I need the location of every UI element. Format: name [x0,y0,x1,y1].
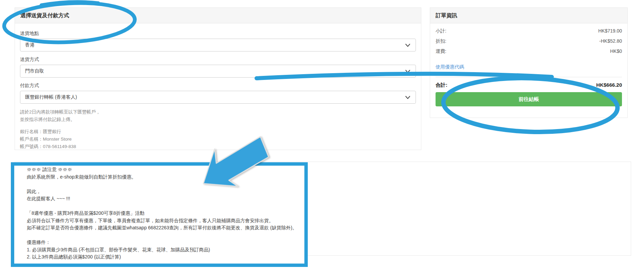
payment-instruction-line: 請於2日內將款項轉帳至以下匯豐帳戶， [20,108,416,116]
discount-label: 折扣: [436,38,446,44]
notice-line: 優惠條件： [27,239,298,246]
notice-line: ※※※ 請注意 ※※※ [27,166,298,173]
payment-instruction-line: 並按指示將付款記錄上傳。 [20,116,416,123]
subtotal-row: 小計: HK$719.00 [436,27,622,34]
order-panel-body: 小計: HK$719.00 折扣: -HK$52.80 運費: HK$0 使用優… [430,23,627,110]
order-divider [436,77,622,77]
total-row: 合計: HK$666.20 [436,81,622,89]
shipping-fee-row: 運費: HK$0 [436,48,622,55]
shipping-fee-value: HK$0 [610,48,622,55]
order-summary-panel: 訂單資訊 小計: HK$719.00 折扣: -HK$52.80 運費: HK$… [430,7,628,118]
shipping-panel-body: 送貨地點 香港 送貨方式 門市自取 付款方式 匯豐銀行轉帳 (香港客人) 請於2… [15,23,421,155]
discount-row: 折扣: -HK$52.80 [436,38,622,44]
notice-line: 2. 以上3件商品總額必須滿$200 (以正價計算) [27,253,298,261]
shipping-payment-panel: 選擇送貨及付款方式 送貨地點 香港 送貨方式 門市自取 付款方式 匯豐銀行轉帳 … [15,7,421,150]
delivery-method-select[interactable]: 門市自取 [20,65,416,78]
notice-line: 如不確定訂單是否符合優惠條件，建議先截圖並whatsapp 66822263查詢… [27,224,298,232]
chevron-down-icon [405,69,411,74]
payment-method-label: 付款方式 [20,82,416,88]
order-panel-title: 訂單資訊 [430,8,627,23]
notice-line: 在此提醒客人 ~~~ !!! [27,195,298,203]
delivery-region-label: 送貨地點 [20,30,416,36]
chevron-down-icon [405,43,411,48]
notice-line: 1. 必須購買最少3件商品 (不包括口罩、部份手作髮夾、花束、花球、加購品及預訂… [27,246,298,254]
total-value: HK$666.20 [596,81,622,89]
use-coupon-link[interactable]: 使用優惠代碼 [436,63,464,70]
chevron-down-icon [405,95,411,100]
payment-method-select[interactable]: 匯豐銀行轉帳 (香港客人) [20,91,416,104]
delivery-region-value: 香港 [25,42,35,48]
notice-line: 「8週年優惠 - 購買3件商品並滿$200可享8折優惠」活動 [27,210,298,217]
checkout-button[interactable]: 前往結帳 [436,92,622,106]
total-label: 合計: [436,81,447,89]
notice-line: 必須符合以下條件方可享有優惠，下單後，專員會複查訂單，如未能符合指定條件，客人只… [27,217,298,225]
payment-instructions: 請於2日內將款項轉帳至以下匯豐帳戶， 並按指示將付款記錄上傳。 [20,108,416,123]
shipping-fee-label: 運費: [436,48,446,55]
discount-value: -HK$52.80 [599,38,622,44]
payment-method-value: 匯豐銀行轉帳 (香港客人) [25,94,77,100]
subtotal-label: 小計: [436,27,446,34]
delivery-region-select[interactable]: 香港 [20,39,416,51]
bank-account-number-line: 帳戶號碼：078-561149-838 [20,143,416,150]
shipping-panel-title: 選擇送貨及付款方式 [15,8,421,23]
bank-account-info: 銀行名稱：匯豐銀行 帳戶名稱：Monster Store 帳戶號碼：078-56… [20,128,416,150]
notice-line [27,181,298,188]
notice-line: 由於系統所限，e-shop未能做到自動計算折扣優惠。 [27,173,298,181]
delivery-method-label: 送貨方式 [20,56,416,62]
notice-line [27,203,298,210]
notice-box: ※※※ 請注意 ※※※ 由於系統所限，e-shop未能做到自動計算折扣優惠。 因… [11,162,308,267]
notice-line: 因此， [27,188,298,195]
bank-name-line: 銀行名稱：匯豐銀行 [20,128,416,136]
bank-account-name-line: 帳戶名稱：Monster Store [20,136,416,143]
delivery-method-value: 門市自取 [25,68,44,74]
subtotal-value: HK$719.00 [598,27,622,34]
notice-line [27,232,298,239]
